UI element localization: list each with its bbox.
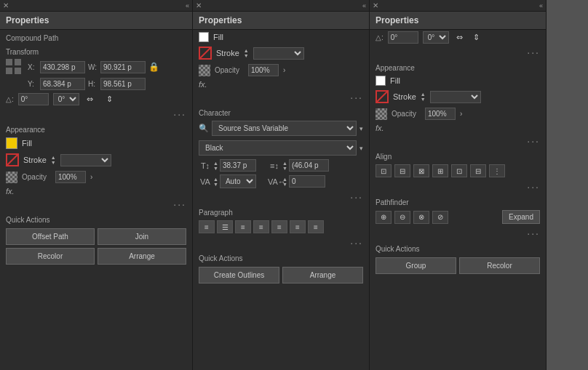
transform-xy-row: X: W: 🔒 bbox=[0, 57, 192, 76]
fx-more-dots[interactable]: ··· bbox=[0, 197, 192, 212]
align-justify4-btn[interactable]: ≡ bbox=[308, 220, 324, 233]
w-label: W: bbox=[88, 63, 98, 71]
stroke-swatch-2[interactable] bbox=[199, 47, 212, 60]
arrange-button[interactable]: Arrange bbox=[98, 248, 186, 265]
panel-properties-3: ✕ « Properties △: 0° ⇔ ⇕ ··· Appearance … bbox=[370, 0, 547, 370]
stroke-stepper[interactable]: ▲ ▼ bbox=[51, 155, 56, 165]
flip-v-icon-3[interactable]: ⇕ bbox=[473, 33, 480, 42]
group-button[interactable]: Group bbox=[376, 257, 456, 274]
align-vcenter-btn[interactable]: ⊡ bbox=[451, 164, 467, 177]
kerning-input[interactable] bbox=[289, 175, 325, 188]
quick-actions-grid-2: Create Outlines Arrange bbox=[193, 264, 369, 286]
align-top-btn[interactable]: ⊞ bbox=[432, 164, 448, 177]
tracking-pair: VA ▲▼ Auto bbox=[199, 174, 256, 188]
stroke-stepper-2[interactable]: ▲ ▼ bbox=[244, 48, 249, 58]
opacity-input[interactable] bbox=[55, 171, 86, 183]
leading-input[interactable] bbox=[289, 159, 329, 172]
align-label: Align bbox=[370, 148, 546, 162]
panel-title-3: Properties bbox=[370, 12, 546, 30]
panel-title-2: Properties bbox=[193, 12, 369, 30]
appearance-more-dots[interactable]: ··· bbox=[0, 107, 192, 121]
opacity-expand-icon[interactable]: › bbox=[90, 173, 92, 181]
x-input[interactable] bbox=[40, 61, 85, 73]
stroke-swatch[interactable] bbox=[6, 153, 19, 166]
opacity-input-2[interactable] bbox=[248, 64, 279, 76]
angle-dropdown-3[interactable]: 0° bbox=[423, 31, 449, 44]
collapse-icon-3[interactable]: « bbox=[539, 2, 543, 9]
align-more-dots[interactable]: ··· bbox=[370, 180, 546, 194]
arrange-button-2[interactable]: Arrange bbox=[282, 267, 363, 283]
collapse-icon-2[interactable]: « bbox=[362, 2, 366, 9]
opacity-expand-icon-3[interactable]: › bbox=[460, 110, 462, 118]
opacity-label: Opacity bbox=[22, 173, 51, 181]
svg-line-1 bbox=[199, 47, 212, 60]
close-icon-2[interactable]: ✕ bbox=[196, 1, 202, 9]
char-more-dots[interactable]: ··· bbox=[193, 190, 369, 204]
align-justify-btn[interactable]: ≡ bbox=[253, 220, 269, 233]
align-right-btn[interactable]: ≡ bbox=[235, 220, 251, 233]
stroke-dropdown-3[interactable] bbox=[430, 91, 481, 103]
angle-more-dots-3[interactable]: ··· bbox=[370, 45, 546, 60]
align-justify2-btn[interactable]: ≡ bbox=[271, 220, 287, 233]
stroke-dropdown[interactable] bbox=[60, 154, 111, 166]
close-icon-3[interactable]: ✕ bbox=[373, 1, 378, 9]
pf-intersect-btn[interactable]: ⊗ bbox=[413, 211, 429, 224]
pf-unite-btn[interactable]: ⊕ bbox=[376, 211, 392, 224]
align-center-btn[interactable]: ☰ bbox=[217, 220, 233, 233]
recolor-button-3[interactable]: Recolor bbox=[459, 257, 540, 274]
tracking-row: VA ▲▼ Auto VA↔ ▲▼ bbox=[193, 173, 369, 190]
fill-swatch-3[interactable] bbox=[376, 76, 386, 86]
opacity-row-2: Opacity › bbox=[193, 62, 369, 79]
h-input[interactable] bbox=[100, 78, 146, 90]
tracking-select[interactable]: Auto bbox=[220, 174, 256, 188]
angle-input[interactable] bbox=[18, 93, 49, 105]
close-icon[interactable]: ✕ bbox=[3, 1, 9, 9]
para-more-dots[interactable]: ··· bbox=[193, 236, 369, 250]
opacity-input-3[interactable] bbox=[425, 108, 456, 120]
angle-input-3[interactable] bbox=[388, 31, 418, 44]
offset-path-button[interactable]: Offset Path bbox=[6, 228, 95, 245]
font-style-dropdown[interactable]: Black bbox=[199, 140, 357, 156]
fill-swatch-2[interactable] bbox=[199, 32, 209, 42]
recolor-button[interactable]: Recolor bbox=[6, 248, 95, 265]
angle-dropdown[interactable]: 0° bbox=[53, 93, 79, 105]
align-left-btn-3[interactable]: ⊡ bbox=[376, 164, 392, 177]
flip-vertical-icon[interactable]: ⇕ bbox=[106, 94, 113, 104]
stroke-swatch-3[interactable] bbox=[376, 90, 389, 103]
leading-stepper[interactable]: ▲▼ bbox=[282, 161, 287, 171]
fx-more-dots-2[interactable]: ··· bbox=[193, 90, 369, 105]
align-justify3-btn[interactable]: ≡ bbox=[290, 220, 306, 233]
fill-swatch[interactable] bbox=[6, 137, 17, 149]
kerning-stepper[interactable]: ▲▼ bbox=[282, 177, 287, 187]
fill-row: Fill bbox=[0, 135, 192, 151]
align-hcenter-btn[interactable]: ⊟ bbox=[394, 164, 410, 177]
lock-icon[interactable]: 🔒 bbox=[148, 62, 159, 72]
y-input[interactable] bbox=[40, 78, 85, 90]
stroke-stepper-3[interactable]: ▲ ▼ bbox=[421, 92, 426, 102]
distribute-btn[interactable]: ⋮ bbox=[489, 164, 505, 177]
pf-more-dots[interactable]: ··· bbox=[370, 226, 546, 241]
fx-more-dots-3[interactable]: ··· bbox=[370, 134, 546, 148]
align-left-btn[interactable]: ≡ bbox=[199, 220, 215, 233]
pf-minus-btn[interactable]: ⊖ bbox=[394, 211, 410, 224]
opacity-expand-icon-2[interactable]: › bbox=[283, 66, 285, 74]
align-right-btn-3[interactable]: ⊠ bbox=[413, 164, 429, 177]
font-size-input[interactable] bbox=[220, 159, 256, 172]
pathfinder-row: ⊕ ⊖ ⊗ ⊘ Expand bbox=[370, 208, 546, 226]
expand-button[interactable]: Expand bbox=[502, 210, 540, 224]
fill-label-2: Fill bbox=[213, 33, 223, 41]
flip-h-icon-3[interactable]: ⇔ bbox=[456, 33, 463, 42]
flip-horizontal-icon[interactable]: ⇔ bbox=[87, 94, 93, 104]
collapse-icon[interactable]: « bbox=[186, 2, 189, 9]
pf-exclude-btn[interactable]: ⊘ bbox=[432, 211, 448, 224]
stroke-row: Stroke ▲ ▼ bbox=[0, 151, 192, 169]
align-bottom-btn[interactable]: ⊟ bbox=[470, 164, 486, 177]
font-family-dropdown[interactable]: Source Sans Variable bbox=[212, 121, 357, 136]
font-size-stepper[interactable]: ▲▼ bbox=[213, 161, 218, 171]
size-leading-row: T↕ ▲▼ ≡↕ ▲▼ bbox=[193, 158, 369, 173]
w-input[interactable] bbox=[100, 61, 146, 73]
join-button[interactable]: Join bbox=[98, 228, 186, 245]
tracking-stepper[interactable]: ▲▼ bbox=[213, 177, 218, 187]
create-outlines-button[interactable]: Create Outlines bbox=[199, 267, 279, 283]
stroke-dropdown-2[interactable] bbox=[253, 47, 304, 60]
